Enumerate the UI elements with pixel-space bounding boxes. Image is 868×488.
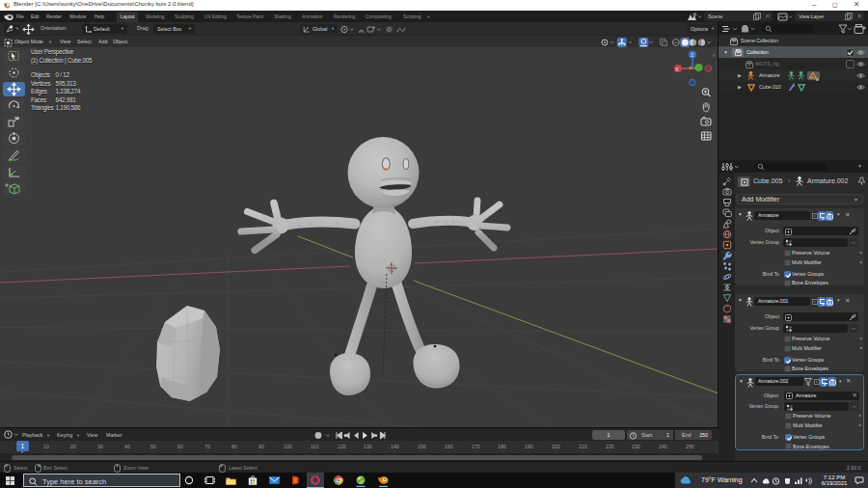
svg-text:‹: ‹ — [713, 52, 716, 59]
svg-text:X: X — [675, 67, 679, 72]
